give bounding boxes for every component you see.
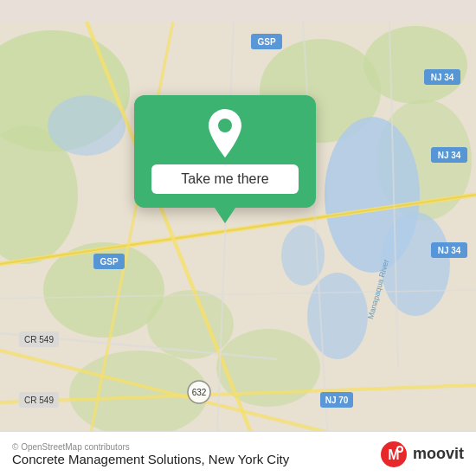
location-pin-icon (204, 109, 246, 158)
svg-text:CR 549: CR 549 (24, 396, 54, 405)
take-me-there-button[interactable]: Take me there (151, 164, 299, 194)
svg-point-14 (48, 95, 125, 156)
attribution-text: © OpenStreetMap contributors (12, 442, 289, 452)
popup-card: Take me there (134, 95, 316, 208)
svg-text:GSP: GSP (257, 37, 275, 47)
svg-point-12 (307, 273, 368, 359)
svg-point-47 (218, 119, 232, 132)
moovit-icon: M (380, 441, 408, 468)
map-background: GSP GSP NJ 34 NJ 34 NJ 34 GSP CR 549 CR … (0, 0, 476, 476)
svg-text:NJ 34: NJ 34 (438, 246, 461, 255)
svg-text:NJ 70: NJ 70 (325, 396, 349, 405)
moovit-label: moovit (413, 445, 464, 463)
svg-point-6 (69, 351, 208, 437)
svg-point-8 (363, 26, 467, 104)
svg-text:CR 549: CR 549 (24, 335, 54, 344)
map-container: GSP GSP NJ 34 NJ 34 NJ 34 GSP CR 549 CR … (0, 0, 476, 476)
svg-text:GSP: GSP (100, 257, 118, 267)
svg-text:NJ 34: NJ 34 (438, 151, 461, 160)
svg-text:NJ 34: NJ 34 (431, 73, 454, 82)
bottom-left: © OpenStreetMap contributors Concrete Ma… (12, 442, 289, 466)
svg-text:632: 632 (192, 388, 207, 397)
bottom-bar: © OpenStreetMap contributors Concrete Ma… (0, 431, 476, 476)
location-icon-wrap (203, 111, 248, 156)
svg-point-11 (381, 212, 450, 316)
moovit-logo[interactable]: M moovit (380, 441, 464, 468)
svg-point-51 (398, 447, 402, 451)
location-name-text: Concrete Management Solutions, New York … (12, 452, 289, 466)
